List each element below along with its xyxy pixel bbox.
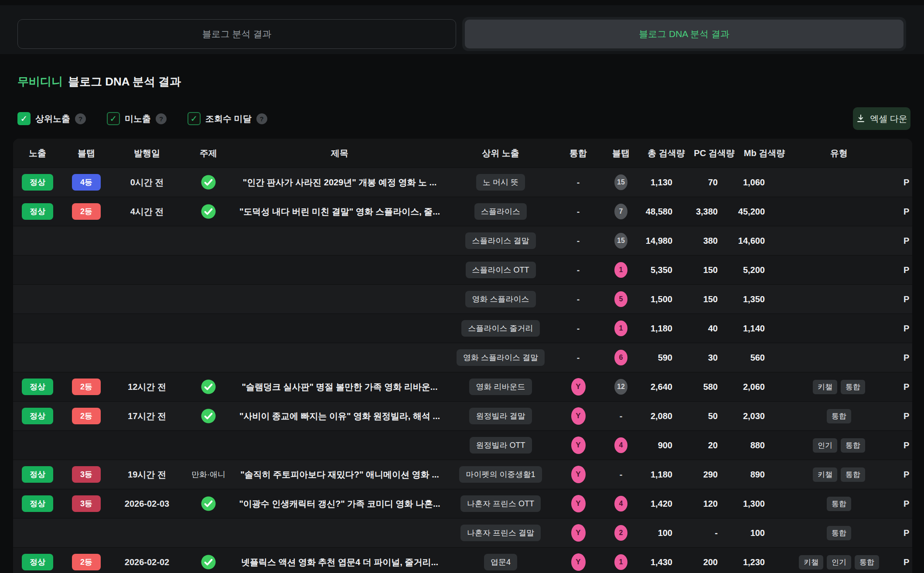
type-tags-cell: 키챌통합 xyxy=(792,467,886,482)
total-search-volume: 14,980 xyxy=(641,236,692,246)
topic-cell xyxy=(183,408,234,424)
keyword-tag[interactable]: 영화 리바운드 xyxy=(469,379,532,395)
post-title[interactable]: "솔직히 주토피아보다 재밌다?" 애니메이션 영화 ... xyxy=(234,469,446,481)
post-title[interactable]: 넷플릭스 액션 영화 추천 엽문4 더 파이널, 줄거리... xyxy=(234,556,446,568)
tab-blog-analysis[interactable]: 블로그 분석 결과 xyxy=(17,19,456,49)
unified-cell: Y xyxy=(556,495,601,512)
help-icon-1[interactable]: ? xyxy=(156,113,167,124)
rank-badge: 3등 xyxy=(72,466,101,483)
page-title-text: 블로그 DNA 분석 결과 xyxy=(68,75,181,88)
pc-search-volume: 3,380 xyxy=(692,207,737,217)
btab-rank-badge: 1 xyxy=(614,554,627,570)
mb-search-volume: 2,060 xyxy=(737,382,792,392)
cutoff-column: P xyxy=(886,177,912,188)
tab-blog-dna-analysis[interactable]: 블로그 DNA 분석 결과 xyxy=(465,20,904,48)
keyword-cell: 원정빌라 결말 xyxy=(446,408,556,424)
top-tab-bar: 블로그 분석 결과 블로그 DNA 분석 결과 xyxy=(0,5,924,54)
table-row: 영화 스플라이스-51,5001501,350P xyxy=(13,284,912,314)
type-tag: 통합 xyxy=(827,526,851,540)
filter-checkbox-2[interactable]: ✓ xyxy=(188,112,201,125)
exposure-cell: 정상 xyxy=(13,203,62,220)
mb-search-volume: 100 xyxy=(737,528,792,538)
help-icon-0[interactable]: ? xyxy=(75,113,86,124)
post-title[interactable]: "도덕성 내다 버린 미친 결말" 영화 스플라이스, 줄... xyxy=(234,206,446,218)
topic-check-icon xyxy=(201,174,216,190)
post-title[interactable]: "인간 판사가 사라진 2029년" 개봉 예정 영화 노 ... xyxy=(234,177,446,188)
pc-search-volume: 580 xyxy=(692,382,737,392)
table-row: 나혼자 프린스 결말Y2100-100통합P xyxy=(13,518,912,547)
unified-dash: - xyxy=(577,236,580,246)
exposure-cell: 정상 xyxy=(13,174,62,191)
rank-cell: 2등 xyxy=(62,379,111,395)
btab-rank-cell: - xyxy=(601,411,641,421)
btab-rank-badge: 15 xyxy=(614,174,627,190)
rank-cell: 2등 xyxy=(62,554,111,570)
exposure-cell: 정상 xyxy=(13,466,62,483)
mb-search-volume: 890 xyxy=(737,470,792,480)
filter-item-0: ✓상위노출? xyxy=(17,112,86,125)
table-row: 정상2등17시간 전"사비이 종교에 빠지는 이유" 영화 원정빌라, 해석 .… xyxy=(13,401,912,430)
pc-search-volume: 70 xyxy=(692,177,737,188)
unified-dash: - xyxy=(577,353,580,363)
keyword-tag[interactable]: 나혼자 프린스 OTT xyxy=(460,495,541,512)
btab-rank-badge: 2 xyxy=(614,525,627,541)
type-tags-cell: 통합 xyxy=(792,497,886,511)
pc-search-volume: 150 xyxy=(692,265,737,275)
post-title[interactable]: "이광수 인생캐릭터 갱신?" 가족 코미디 영화 나혼... xyxy=(234,498,446,510)
filter-item-1: ✓미노출? xyxy=(107,112,167,125)
keyword-cell: 마이펫의 이중생활1 xyxy=(446,466,556,483)
exposure-cell: 정상 xyxy=(13,379,62,395)
keyword-tag[interactable]: 나혼자 프린스 결말 xyxy=(460,525,541,541)
analysis-table: 노출블탭발행일주제제목상위 노출통합블탭총 검색량PC 검색량Mb 검색량유형 … xyxy=(13,139,912,573)
mb-search-volume: 1,060 xyxy=(737,177,792,188)
table-row: 스플라이스 결말-1514,98038014,600P xyxy=(13,226,912,255)
filter-checkbox-0[interactable]: ✓ xyxy=(17,112,31,125)
cutoff-column: P xyxy=(886,470,912,480)
unified-cell: - xyxy=(556,353,601,363)
post-title[interactable]: "슬램덩크 실사판" 명절 볼만한 가족 영화 리바운... xyxy=(234,381,446,393)
keyword-tag[interactable]: 스플라이스 xyxy=(474,203,527,220)
type-tag: 통합 xyxy=(841,438,865,453)
cutoff-column: P xyxy=(886,294,912,304)
topic-cell xyxy=(183,554,234,570)
topic-cell xyxy=(183,379,234,395)
keyword-tag[interactable]: 원정빌라 OTT xyxy=(470,437,532,454)
keyword-tag[interactable]: 스플라이스 OTT xyxy=(466,262,536,278)
unified-cell: - xyxy=(556,324,601,334)
unified-dash: - xyxy=(577,265,580,275)
keyword-cell: 엽문4 xyxy=(446,554,556,570)
table-row: 영화 스플라이스 결말-659030560P xyxy=(13,343,912,372)
publish-date: 17시간 전 xyxy=(111,410,183,422)
filter-checkbox-1[interactable]: ✓ xyxy=(107,112,120,125)
keyword-cell: 스플라이스 OTT xyxy=(446,262,556,278)
keyword-tag[interactable]: 영화 스플라이스 결말 xyxy=(457,349,545,366)
keyword-tag[interactable]: 스플라이스 결말 xyxy=(465,232,535,249)
keyword-tag[interactable]: 스플라이스 줄거리 xyxy=(461,320,539,337)
unified-dash: - xyxy=(577,177,580,188)
keyword-tag[interactable]: 영화 스플라이스 xyxy=(465,291,535,307)
mb-search-volume: 1,300 xyxy=(737,499,792,509)
keyword-tag[interactable]: 원정빌라 결말 xyxy=(469,408,532,424)
exposure-status-badge: 정상 xyxy=(22,174,53,191)
type-tag: 인기 xyxy=(813,438,837,453)
unified-cell: Y xyxy=(556,437,601,454)
keyword-tag[interactable]: 엽문4 xyxy=(484,554,517,570)
help-icon-2[interactable]: ? xyxy=(256,113,267,124)
exposure-cell: 정상 xyxy=(13,495,62,512)
keyword-cell: 원정빌라 OTT xyxy=(446,437,556,454)
btab-dash: - xyxy=(620,411,623,421)
btab-rank-cell: 1 xyxy=(601,554,641,570)
header-col-total-search: 총 검색량 xyxy=(641,147,692,159)
mb-search-volume: 2,030 xyxy=(737,411,792,421)
table-row: 스플라이스 OTT-15,3501505,200P xyxy=(13,255,912,284)
post-title[interactable]: "사비이 종교에 빠지는 이유" 영화 원정빌라, 해석 ... xyxy=(234,410,446,422)
filter-item-2: ✓조회수 미달? xyxy=(188,112,267,125)
header-col-unified: 통합 xyxy=(556,147,601,159)
keyword-tag[interactable]: 노 머시 뜻 xyxy=(476,174,525,191)
rank-cell: 3등 xyxy=(62,495,111,512)
pc-search-volume: 30 xyxy=(692,353,737,363)
type-tag: 통합 xyxy=(841,467,865,482)
cutoff-column: P xyxy=(886,557,912,567)
excel-download-button[interactable]: 엑셀 다운 xyxy=(853,107,910,130)
keyword-tag[interactable]: 마이펫의 이중생활1 xyxy=(459,466,542,483)
